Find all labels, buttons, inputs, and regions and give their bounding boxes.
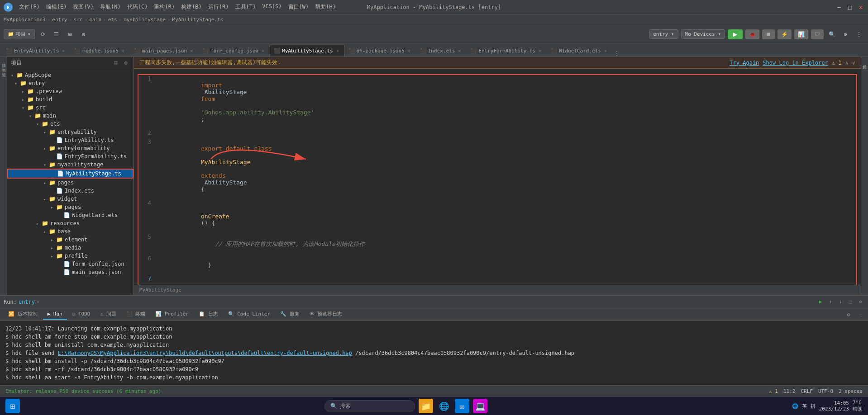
taskbar-devtools-app[interactable]: 💻: [473, 399, 487, 413]
tab-index[interactable]: ⬛ Index.ets ×: [416, 45, 467, 57]
tree-item-index-ets[interactable]: 📄 Index.ets: [7, 187, 134, 195]
tab-problems[interactable]: ⚠ 问题: [96, 309, 121, 320]
keyboard-icon[interactable]: 🌐: [792, 403, 798, 409]
minimize-panel-icon[interactable]: −: [856, 311, 864, 319]
menu-refactor[interactable]: 重构(R): [151, 2, 177, 12]
tree-item-entryformability-ts[interactable]: 📄 EntryFormAbility.ts: [7, 152, 134, 160]
tab-entryformability[interactable]: ⬛ EntryFormAbility.ts ×: [466, 45, 547, 57]
warning-status[interactable]: ⚠ 1: [769, 388, 778, 394]
tab-close-icon[interactable]: ×: [120, 48, 126, 54]
tree-item-entryformability[interactable]: ▸ 📁 entryformability: [7, 144, 134, 152]
tree-item-entryability-ts[interactable]: 📄 EntryAbility.ts: [7, 136, 134, 144]
tree-item-appscope[interactable]: ▾ 📁 AppScope: [7, 71, 134, 79]
menu-run[interactable]: 运行(R): [205, 2, 232, 12]
project-button[interactable]: 📁 项目 ▾: [4, 29, 35, 39]
run-tab-close[interactable]: ×: [37, 299, 39, 304]
tree-item-main[interactable]: ▾ 📁 main: [7, 112, 134, 120]
terminal-output[interactable]: 12/23 10:41:17: Launching com.example.my…: [0, 321, 868, 385]
profile-button[interactable]: 📊: [794, 29, 808, 39]
breadcrumb-part[interactable]: entry: [52, 17, 67, 23]
more-icon[interactable]: ⋮: [854, 29, 864, 40]
tab-service[interactable]: 🔧 服务: [276, 309, 304, 320]
tree-item-ets[interactable]: ▾ 📁 ets: [7, 120, 134, 128]
tab-close-icon[interactable]: ×: [335, 48, 340, 54]
tab-codelinter[interactable]: 🔍 Code Linter: [224, 309, 275, 320]
maximize-button[interactable]: □: [846, 4, 854, 11]
tab-module[interactable]: ⬛ module.json5 ×: [70, 45, 129, 57]
menu-code[interactable]: 代码(C): [124, 2, 151, 12]
more-tabs-icon[interactable]: ⋮: [614, 50, 620, 57]
collapse-all-icon[interactable]: ⊟: [112, 59, 120, 67]
tree-item-myabilitystage-folder[interactable]: ▾ 📁 myabilitystage: [7, 160, 134, 169]
tree-item-formconfig-json[interactable]: 📄 form_config.json: [7, 260, 134, 268]
settings-icon[interactable]: ⚙: [122, 59, 130, 67]
tab-todo[interactable]: ☑ TODO: [68, 309, 95, 320]
tab-myabilitystage[interactable]: ⬛ MyAbilityStage.ts ×: [270, 45, 344, 57]
input-method-label[interactable]: 英: [802, 403, 807, 410]
tab-close-icon[interactable]: ×: [603, 48, 608, 54]
breadcrumb-part[interactable]: MyAbilityStage.ts: [172, 17, 224, 23]
scroll-down-icon[interactable]: ↓: [836, 298, 844, 306]
tab-close-icon[interactable]: ×: [260, 48, 266, 54]
menu-file[interactable]: 文件(F): [16, 2, 43, 12]
indent-setting[interactable]: 2 spaces: [839, 388, 863, 394]
tree-item-widget-pages[interactable]: ▸ 📁 pages: [7, 203, 134, 211]
taskbar-mail-app[interactable]: ✉: [455, 399, 469, 413]
tab-terminal[interactable]: ⬛ 终端: [122, 309, 150, 320]
tree-item-widgetcard-ets[interactable]: 📄 WidgetCard.ets: [7, 211, 134, 219]
stop-button[interactable]: ⏹: [762, 29, 775, 39]
settings-icon[interactable]: ⚙: [78, 29, 89, 40]
tab-widgetcard[interactable]: ⬛ WidgetCard.ets ×: [547, 45, 612, 57]
tab-version-control[interactable]: 🔀 版本控制: [4, 309, 42, 320]
taskbar-search[interactable]: 🔍 搜索: [324, 400, 415, 412]
menu-vcs[interactable]: VCS(S): [259, 2, 284, 12]
tree-item-myabilitystage-ts[interactable]: 📄 MyAbilityStage.ts: [7, 169, 134, 179]
tab-run[interactable]: ▶ Run: [43, 309, 67, 320]
tree-item-build[interactable]: ▸ 📁 build: [7, 95, 134, 104]
tab-entryability[interactable]: ⬛ EntryAbility.ts ×: [2, 45, 70, 57]
taskbar-folder-app[interactable]: 📁: [419, 399, 433, 413]
tab-mainpages[interactable]: ⬛ main_pages.json ×: [130, 45, 198, 57]
expand-icon[interactable]: ∧: [845, 60, 849, 66]
tree-item-src[interactable]: ▾ 📁 src: [7, 104, 134, 112]
tree-item-entryability[interactable]: ▸ 📁 entryability: [7, 128, 134, 136]
file-path-link[interactable]: E:\HarmonyOS\MyApplication3\entry\build\…: [58, 350, 352, 356]
breadcrumb-part[interactable]: main: [90, 17, 102, 23]
tree-item-media[interactable]: ▸ 📁 media: [7, 244, 134, 252]
devices-selector[interactable]: No Devices ▾: [681, 29, 725, 39]
tree-item-resources[interactable]: ▸ 📁 resources: [7, 219, 134, 227]
minimize-button[interactable]: −: [835, 4, 843, 11]
tab-ohpackage[interactable]: ⬛ oh-package.json5 ×: [344, 45, 416, 57]
settings-icon[interactable]: ⚙: [856, 298, 864, 306]
tab-preview-log[interactable]: 👁 预览器日志: [305, 309, 347, 320]
right-panel-icon[interactable]: 通知: [862, 59, 868, 65]
run-play-icon[interactable]: ▶: [816, 298, 825, 306]
menu-help[interactable]: 帮助(H): [312, 2, 339, 12]
settings2-icon[interactable]: ⚙: [840, 29, 851, 40]
tab-close-icon[interactable]: ×: [537, 48, 543, 54]
collapse-icon[interactable]: ∨: [852, 60, 855, 66]
menu-tools[interactable]: 工具(T): [233, 2, 259, 12]
attach-button[interactable]: ⚡: [777, 29, 792, 39]
windows-start-button[interactable]: ⊞: [5, 399, 20, 413]
notifications-icon[interactable]: 通知: [0, 68, 7, 71]
layout-icon[interactable]: ☰: [51, 29, 62, 40]
tab-close-icon[interactable]: ×: [457, 48, 462, 54]
menu-view[interactable]: 视图(V): [70, 2, 96, 12]
tab-log[interactable]: 📋 日志: [194, 309, 223, 320]
menu-edit[interactable]: 编辑(E): [43, 2, 70, 12]
menu-build[interactable]: 构建(B): [178, 2, 205, 12]
sync-icon[interactable]: ⟳: [38, 29, 48, 40]
tree-item-profile[interactable]: ▸ 📁 profile: [7, 252, 134, 260]
tree-item-pages[interactable]: ▸ 📁 pages: [7, 179, 134, 187]
try-again-link[interactable]: Try Again: [730, 60, 759, 66]
tab-close-icon[interactable]: ×: [406, 48, 412, 54]
search-icon[interactable]: 🔍: [826, 29, 837, 40]
coverage-button[interactable]: 🛡: [811, 29, 824, 39]
tab-close-icon[interactable]: ×: [61, 48, 66, 54]
breadcrumb-part[interactable]: MyApplication3: [4, 17, 46, 23]
time-display[interactable]: 14:052023/12/23: [819, 400, 849, 412]
tree-item-widget[interactable]: ▸ 📁 widget: [7, 195, 134, 203]
show-log-link[interactable]: Show Log in Explorer: [763, 60, 828, 66]
run-button[interactable]: ▶: [728, 29, 743, 39]
